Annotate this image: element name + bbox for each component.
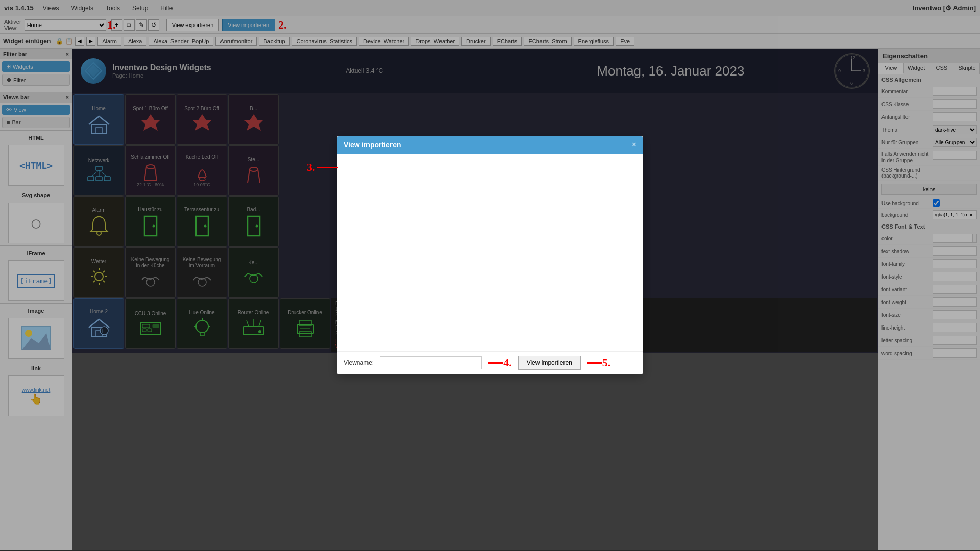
annotation-3-line <box>317 167 338 168</box>
annotation-5-line <box>587 362 602 364</box>
view-import-btn[interactable]: View importieren <box>518 356 581 370</box>
modal-body: 3. <box>337 154 643 351</box>
annotation-4-group: 4. <box>488 356 512 369</box>
annotation-3-group: 3. <box>307 161 338 174</box>
modal-title: View importieren <box>344 141 401 149</box>
viewname-label: Viewname: <box>344 359 374 366</box>
modal-close-btn[interactable]: × <box>632 140 636 149</box>
annotation-4: 4. <box>503 356 512 369</box>
view-import-modal: View importieren × 3. Viewname: 4. View … <box>337 136 643 374</box>
modal-overlay: View importieren × 3. Viewname: 4. View … <box>0 0 980 551</box>
modal-header: View importieren × <box>337 136 643 154</box>
modal-footer: Viewname: 4. View importieren 5. <box>337 351 643 374</box>
annotation-5-group: 5. <box>587 356 611 369</box>
annotation-4-line <box>488 362 503 364</box>
viewname-input[interactable] <box>380 356 482 369</box>
modal-textarea[interactable] <box>344 160 636 343</box>
annotation-3: 3. <box>307 161 315 174</box>
annotation-5: 5. <box>602 356 611 369</box>
